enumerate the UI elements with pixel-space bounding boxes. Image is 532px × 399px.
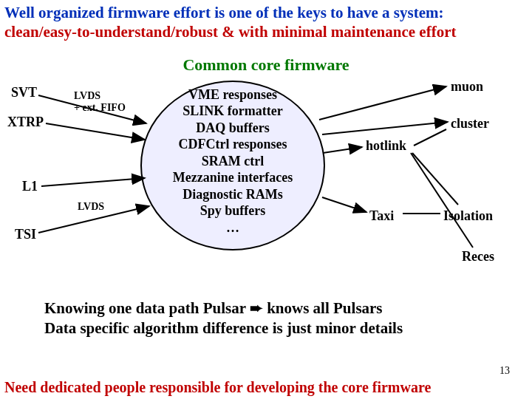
- svg-line-10: [322, 197, 366, 212]
- label-taxi: Taxi: [369, 208, 394, 224]
- label-hotlink: hotlink: [366, 138, 406, 154]
- slide-footer: Need dedicated people responsible for de…: [0, 379, 532, 396]
- ellipse-line: Diagnostic RAMs: [140, 186, 325, 203]
- bottom-line-2: Data specific algorithm difference is ju…: [44, 318, 532, 338]
- ellipse-line: DAQ buffers: [140, 120, 325, 137]
- arrow-glyph-icon: ➨: [250, 299, 263, 316]
- ellipse-line: VME responses: [140, 86, 325, 103]
- label-l1: L1: [22, 179, 38, 194]
- title-line-2: clean/easy-to-understand/robust & with m…: [4, 22, 528, 41]
- label-lvds: LVDS: [78, 201, 104, 213]
- label-xtrp: XTRP: [7, 115, 44, 130]
- svg-line-1: [46, 123, 145, 140]
- label-reces: Reces: [462, 249, 494, 265]
- bottom-statement: Knowing one data path Pulsar ➨ knows all…: [0, 293, 532, 339]
- svg-line-5: [322, 122, 448, 134]
- slide-subtitle: Common core firmware: [0, 55, 532, 75]
- label-isolation: Isolation: [443, 208, 493, 224]
- bottom-line-1b: knows all Pulsars: [263, 299, 383, 317]
- label-lvds-fifo: LVDS + ext. FIFO: [74, 90, 126, 114]
- bottom-line-1: Knowing one data path Pulsar ➨ knows all…: [44, 298, 532, 318]
- ellipse-line: CDFCtrl responses: [140, 136, 325, 153]
- bottom-line-1a: Knowing one data path Pulsar: [44, 299, 250, 317]
- diagram-canvas: VME responses SLINK formatter DAQ buffer…: [0, 79, 532, 293]
- ellipse-line: SLINK formatter: [140, 103, 325, 120]
- page-number: 13: [499, 365, 510, 377]
- label-cluster: cluster: [451, 116, 489, 132]
- label-tsi: TSI: [15, 227, 36, 242]
- ellipse-line: Spy buffers: [140, 202, 325, 219]
- label-muon: muon: [451, 79, 483, 95]
- svg-line-7: [414, 129, 446, 146]
- label-lvds-fifo-line2: + ext. FIFO: [74, 102, 126, 114]
- ellipse-line: Mezzanine interfaces: [140, 169, 325, 186]
- svg-line-6: [323, 147, 362, 153]
- ellipse-contents: VME responses SLINK formatter DAQ buffer…: [140, 86, 325, 236]
- svg-line-4: [319, 86, 446, 120]
- label-svt: SVT: [11, 85, 37, 100]
- label-lvds-fifo-line1: LVDS: [74, 90, 126, 102]
- ellipse-line: SRAM ctrl: [140, 153, 325, 170]
- svg-line-8: [412, 153, 458, 205]
- ellipse-line: …: [140, 219, 325, 236]
- slide-title: Well organized firmware effort is one of…: [0, 0, 532, 42]
- svg-line-2: [41, 178, 145, 186]
- title-line-1: Well organized firmware effort is one of…: [4, 3, 528, 22]
- svg-line-9: [411, 153, 473, 248]
